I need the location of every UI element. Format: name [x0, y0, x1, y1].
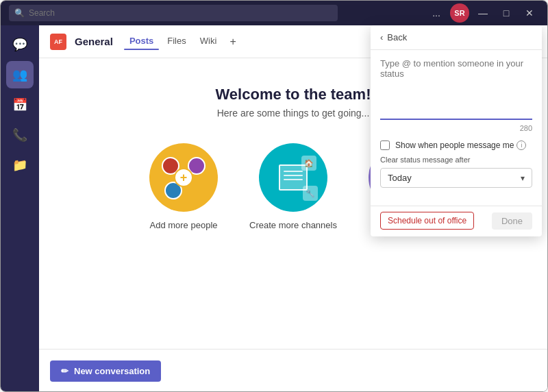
show-message-checkbox[interactable] — [380, 140, 390, 150]
tab-files[interactable]: Files — [162, 33, 191, 50]
back-label: Back — [387, 32, 407, 42]
create-channels-label: Create more channels — [249, 220, 337, 230]
tab-wiki[interactable]: Wiki — [195, 33, 223, 50]
edit-icon: ✏ — [61, 366, 68, 376]
more-options-button[interactable]: ... — [427, 3, 446, 23]
char-count: 280 — [380, 124, 532, 132]
close-button[interactable]: ✕ — [520, 3, 539, 23]
plus-icon: + — [174, 168, 193, 187]
new-conversation-button[interactable]: ✏ New conversation — [50, 360, 161, 382]
title-bar-controls: ... SR — □ ✕ — [427, 3, 539, 23]
channel-name: General — [75, 36, 113, 47]
title-bar: 🔍 ... SR — □ ✕ — [1, 1, 547, 25]
new-conversation-label: New conversation — [74, 366, 150, 376]
popup-body: 280 Show when people message me i Clear … — [371, 50, 542, 206]
minimize-button[interactable]: — — [473, 3, 493, 23]
tab-add-button[interactable]: + — [225, 34, 241, 50]
search-icon: 🔍 — [14, 8, 25, 18]
dropdown-value: Today — [388, 173, 412, 183]
sidebar-item-calendar[interactable]: 📅 — [6, 91, 34, 119]
done-button[interactable]: Done — [492, 212, 532, 230]
status-textarea[interactable] — [380, 58, 532, 120]
clear-label: Clear status message after — [380, 156, 532, 164]
welcome-title: Welcome to the team! — [216, 86, 371, 103]
sidebar-item-teams[interactable]: 👥 — [6, 61, 34, 88]
channel-tabs: Posts Files Wiki + — [124, 33, 241, 50]
sidebar-item-calls[interactable]: 📞 — [6, 121, 34, 149]
popup-footer: Schedule out of office Done — [371, 206, 542, 236]
schedule-out-of-office-button[interactable]: Schedule out of office — [380, 212, 474, 230]
sidebar: 💬 👥 📅 📞 📁 — [1, 25, 39, 392]
popup-header[interactable]: ‹ Back — [371, 25, 542, 50]
tab-posts[interactable]: Posts — [124, 33, 159, 50]
search-input[interactable] — [29, 8, 332, 18]
checkbox-row: Show when people message me i — [380, 140, 532, 150]
add-people-label: Add more people — [149, 220, 217, 230]
add-people-circle: + — [149, 143, 218, 212]
sidebar-item-files[interactable]: 📁 — [6, 151, 34, 179]
checkbox-label: Show when people message me i — [395, 140, 526, 150]
bottom-bar: ✏ New conversation — [39, 349, 547, 392]
clear-after-dropdown[interactable]: Today ▾ — [380, 168, 532, 188]
back-arrow-icon: ‹ — [380, 32, 383, 42]
team-icon: AF — [50, 34, 66, 50]
chevron-down-icon: ▾ — [521, 173, 525, 183]
avatar[interactable]: SR — [450, 3, 469, 23]
create-channels-card[interactable]: 🏠 🔧 Create more channels — [245, 143, 341, 230]
welcome-subtitle: Here are some things to get going... — [217, 108, 370, 119]
add-people-card[interactable]: + Add more people — [136, 143, 232, 230]
maximize-button[interactable]: □ — [497, 3, 516, 23]
sidebar-item-chat[interactable]: 💬 — [6, 31, 34, 58]
status-popup: ‹ Back 280 Show when people message me i… — [371, 25, 542, 236]
info-icon[interactable]: i — [516, 140, 526, 150]
search-bar[interactable]: 🔍 — [9, 5, 338, 21]
create-channels-circle: 🏠 🔧 — [259, 143, 327, 212]
